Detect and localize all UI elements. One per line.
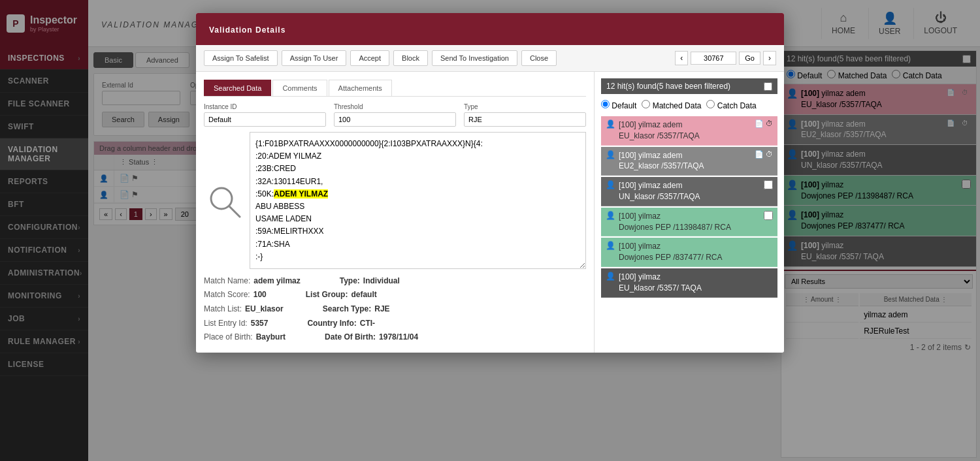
match-score-label: Match Score:	[204, 288, 250, 302]
search-type-detail: Search Type: RJE	[323, 302, 390, 317]
modal-hit-item-3[interactable]: 👤 [100] yilmaz adem UN_klasor /5357/TAQA	[601, 177, 777, 206]
match-name-detail: Match Name: adem yilmaz	[204, 274, 301, 289]
search-text-area[interactable]: {1:F01BPXATRAAXXX0000000000}{2:I103BPXAT…	[250, 132, 586, 269]
modal-hit-checkbox-4[interactable]	[764, 211, 773, 220]
type-detail: Type: Individual	[340, 274, 400, 289]
search-line-9: :71A:SHA	[255, 238, 580, 251]
match-list-label: Match List:	[204, 302, 242, 317]
list-entry-detail: List Entry Id: 5357	[204, 317, 268, 331]
detail-row-3: Match List: EU_klasor Search Type: RJE	[204, 302, 586, 317]
search-line-2: :20:ADEM YILMAZ	[255, 150, 580, 163]
search-line-4: :32A:130114EUR1,	[255, 176, 580, 188]
detail-row-1: Match Name: adem yilmaz Type: Individual	[204, 274, 586, 289]
modal-radio-matched[interactable]: Matched Data	[642, 100, 701, 110]
modal-toolbar: Assign To Safelist Assign To User Accept…	[196, 45, 784, 72]
assign-to-safelist-button[interactable]: Assign To Safelist	[204, 50, 278, 66]
detail-row-2: Match Score: 100 List Group: default	[204, 288, 586, 302]
search-magnifier-icon	[207, 184, 243, 223]
search-line-3: :23B:CRED	[255, 163, 580, 175]
modal-person-icon-4: 👤	[606, 211, 615, 220]
modal-tabs: Searched Data Comments Attachements	[204, 80, 586, 97]
search-type-label: Search Type:	[323, 302, 371, 317]
modal-header: Validation Details	[196, 13, 784, 45]
modal-hit-item-4[interactable]: 👤 [100] yilmaz Dowjones PEP /11398487/ R…	[601, 208, 777, 237]
tab-attachements[interactable]: Attachements	[329, 80, 392, 96]
type-detail-value: Individual	[363, 274, 400, 289]
modal-hit-item-5[interactable]: 👤 [100] yilmaz Dowjones PEP /837477/ RCA	[601, 238, 777, 267]
modal-left: Searched Data Comments Attachements Inst…	[196, 72, 595, 353]
match-list-value: EU_klasor	[245, 302, 284, 317]
list-entry-value: 5357	[251, 317, 269, 331]
country-info-detail: Country Info: CTI-	[307, 317, 375, 331]
search-line-6: ABU ABBESS	[255, 200, 580, 213]
modal-person-icon-1: 👤	[606, 119, 615, 129]
modal-hits-all-checkbox[interactable]	[764, 82, 772, 91]
modal-hit-doc-icon-2[interactable]: 📄	[755, 150, 764, 159]
instance-id-input[interactable]	[204, 112, 326, 127]
match-name-label: Match Name:	[204, 274, 250, 289]
modal-hit-info-4: [100] yilmaz Dowjones PEP /11398487/ RCA	[619, 211, 760, 233]
send-to-investigation-button[interactable]: Send To Investigation	[432, 50, 517, 66]
nav-next-button[interactable]: ›	[763, 51, 776, 65]
type-detail-label: Type:	[340, 274, 360, 289]
modal-person-icon-6: 👤	[606, 272, 615, 281]
block-button[interactable]: Block	[393, 50, 428, 66]
search-line-1: {1:F01BPXATRAAXXX0000000000}{2:I103BPXAT…	[255, 138, 580, 150]
modal-form-row: Instance ID Threshold Type	[204, 103, 586, 127]
modal-hit-item-1[interactable]: 👤 [100] yilmaz adem EU_klasor /5357/TAQA…	[601, 116, 777, 146]
searched-data-area: {1:F01BPXATRAAXXX0000000000}{2:I103BPXAT…	[204, 132, 586, 269]
tab-searched-data[interactable]: Searched Data	[204, 80, 271, 96]
highlighted-name: ADEM YILMAZ	[274, 189, 328, 199]
nav-input[interactable]	[691, 52, 736, 65]
date-of-birth-detail: Date Of Birth: 1978/11/04	[325, 330, 418, 345]
accept-button[interactable]: Accept	[350, 50, 389, 66]
list-group-label: List Group:	[306, 288, 348, 302]
type-label: Type	[464, 103, 586, 110]
modal-hit-checkbox-3[interactable]	[764, 180, 773, 189]
modal-person-icon-3: 👤	[606, 180, 615, 189]
tab-comments[interactable]: Comments	[272, 80, 327, 96]
instance-id-label: Instance ID	[204, 103, 326, 110]
assign-to-user-button[interactable]: Assign To User	[282, 50, 347, 66]
modal-hit-info-3: [100] yilmaz adem UN_klasor /5357/TAQA	[619, 180, 760, 202]
modal-hit-clock-icon-1[interactable]: ⏱	[766, 119, 773, 128]
modal-hit-info-1: [100] yilmaz adem EU_klasor /5357/TAQA	[619, 119, 751, 142]
modal-overlay: Validation Details Assign To Safelist As…	[0, 0, 980, 461]
country-info-value: CTI-	[360, 317, 375, 331]
close-button[interactable]: Close	[521, 50, 557, 66]
modal-person-icon-2: 👤	[606, 150, 615, 159]
modal-radio-catch[interactable]: Catch Data	[706, 100, 756, 110]
threshold-input[interactable]	[334, 112, 456, 127]
match-name-value: adem yilmaz	[253, 274, 300, 289]
match-list-detail: Match List: EU_klasor	[204, 302, 284, 317]
validation-details-modal: Validation Details Assign To Safelist As…	[196, 13, 784, 353]
search-line-8: :59A:MELIRTHXXX	[255, 225, 580, 238]
list-group-detail: List Group: default	[306, 288, 377, 302]
type-input[interactable]	[464, 112, 586, 127]
nav-go-button[interactable]: Go	[739, 52, 760, 65]
modal-hit-doc-icon-1[interactable]: 📄	[755, 119, 764, 128]
type-group: Type	[464, 103, 586, 127]
modal-radio-default[interactable]: Default	[601, 100, 636, 110]
modal-body: Searched Data Comments Attachements Inst…	[196, 72, 784, 353]
modal-hit-item-2[interactable]: 👤 [100] yilmaz adem EU2_klasor /5357/TAQ…	[601, 147, 777, 176]
detail-row-5: Place of Birth: Bayburt Date Of Birth: 1…	[204, 330, 586, 345]
threshold-label: Threshold	[334, 103, 456, 110]
date-of-birth-label: Date Of Birth:	[325, 330, 376, 345]
date-of-birth-value: 1978/11/04	[379, 330, 418, 345]
modal-hit-clock-icon-2[interactable]: ⏱	[766, 150, 773, 159]
search-line-10: :-}	[255, 251, 580, 263]
match-score-detail: Match Score: 100	[204, 288, 267, 302]
modal-hit-info-2: [100] yilmaz adem EU2_klasor /5357/TAQA	[619, 150, 751, 172]
country-info-label: Country Info:	[307, 317, 356, 331]
nav-prev-button[interactable]: ‹	[675, 51, 688, 65]
modal-hit-item-6[interactable]: 👤 [100] yilmaz EU_klasor /5357/ TAQA	[601, 268, 777, 298]
search-type-value: RJE	[374, 302, 389, 317]
svg-line-1	[229, 206, 240, 217]
place-of-birth-detail: Place of Birth: Bayburt	[204, 330, 286, 345]
search-line-5: :50K:ADEM YILMAZ	[255, 188, 580, 200]
modal-right-hits-header: 12 hit(s) found(5 have been filtered)	[601, 78, 777, 94]
match-details: Match Name: adem yilmaz Type: Individual…	[204, 274, 586, 345]
detail-row-4: List Entry Id: 5357 Country Info: CTI-	[204, 317, 586, 331]
modal-hit-info-6: [100] yilmaz EU_klasor /5357/ TAQA	[619, 272, 773, 294]
